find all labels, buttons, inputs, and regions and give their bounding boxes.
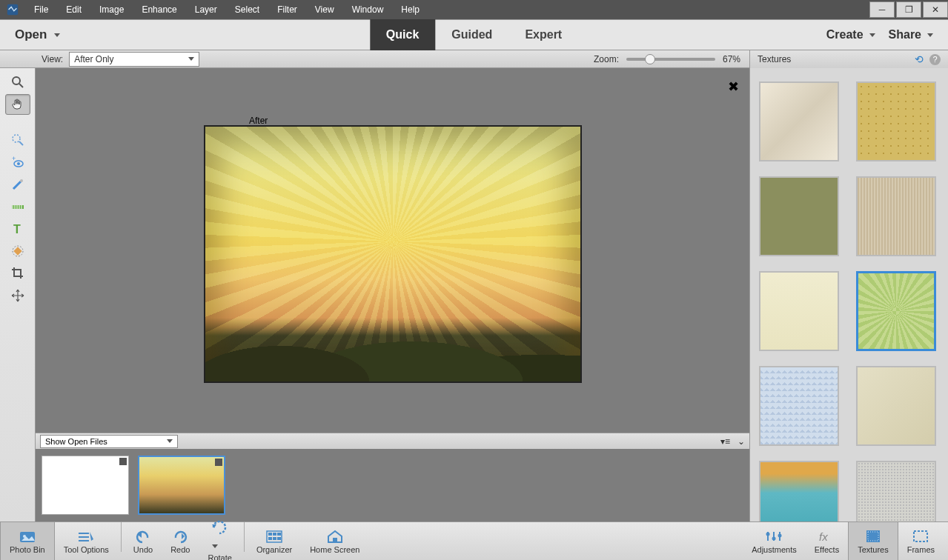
- menu-image[interactable]: Image: [90, 0, 133, 19]
- bb-label: Adjustments: [752, 545, 797, 554]
- bb-label: Textures: [858, 545, 889, 554]
- share-button[interactable]: Share: [884, 28, 938, 41]
- caret-down-icon: [927, 33, 933, 37]
- rotate-icon: [211, 520, 230, 552]
- hand-tool[interactable]: [5, 94, 30, 115]
- svg-point-35: [766, 532, 770, 536]
- svg-point-36: [772, 536, 776, 540]
- bottombar: Photo Bin Tool Options Undo Redo Rotate …: [0, 521, 948, 560]
- bin-collapse-icon[interactable]: ⌄: [737, 436, 745, 447]
- menubar: File Edit Image Enhance Layer Select Fil…: [0, 0, 948, 19]
- bin-thumb-1[interactable]: [42, 456, 129, 515]
- menu-view[interactable]: View: [306, 0, 343, 19]
- bb-tool-options[interactable]: Tool Options: [55, 522, 118, 561]
- svg-rect-27: [277, 533, 281, 536]
- svg-point-3: [13, 135, 20, 142]
- canvas-stage[interactable]: After: [36, 68, 749, 433]
- view-value: After Only: [74, 54, 113, 64]
- menu-enhance[interactable]: Enhance: [133, 0, 185, 19]
- quick-selection-tool[interactable]: [5, 130, 30, 150]
- create-label: Create: [826, 28, 864, 41]
- maximize-button[interactable]: ❐: [896, 1, 921, 18]
- zoom-value: 67%: [723, 54, 740, 64]
- photo-bin-strip: [36, 449, 749, 521]
- texture-teal-paint[interactable]: [759, 461, 839, 521]
- right-actions: Create Share: [822, 28, 948, 41]
- mode-tab-expert[interactable]: Expert: [508, 19, 578, 50]
- svg-rect-26: [273, 533, 276, 536]
- reset-icon[interactable]: ⟲: [915, 53, 924, 65]
- bb-photo-bin[interactable]: Photo Bin: [0, 522, 55, 561]
- bb-label: Home Screen: [310, 545, 359, 554]
- menu-select[interactable]: Select: [226, 0, 268, 19]
- caret-down-icon: [869, 33, 875, 37]
- menu-file[interactable]: File: [25, 0, 57, 19]
- texture-beige-scratch[interactable]: [856, 366, 936, 446]
- caret-down-icon: [54, 33, 60, 37]
- bb-label: Tool Options: [64, 545, 109, 554]
- svg-point-37: [778, 533, 782, 537]
- svg-text:T: T: [13, 223, 21, 236]
- bb-label: Effects: [815, 545, 839, 554]
- menu-filter[interactable]: Filter: [268, 0, 306, 19]
- svg-rect-30: [277, 537, 281, 540]
- bb-home-screen[interactable]: Home Screen: [301, 522, 368, 561]
- text-tool[interactable]: T: [5, 219, 30, 239]
- zoom-slider[interactable]: [626, 58, 715, 61]
- bb-frames[interactable]: Frames: [898, 522, 944, 561]
- create-button[interactable]: Create: [822, 28, 880, 41]
- minimize-button[interactable]: ─: [869, 1, 895, 18]
- share-label: Share: [889, 28, 921, 41]
- bin-select[interactable]: Show Open Files: [40, 435, 178, 448]
- textures-panel[interactable]: [749, 68, 948, 521]
- menu-window[interactable]: Window: [343, 0, 393, 19]
- photo-preview: [204, 125, 582, 383]
- adjustments-icon: [765, 529, 783, 544]
- texture-cream-linen[interactable]: [759, 271, 839, 351]
- texture-blue-weave[interactable]: [759, 366, 839, 446]
- zoom-thumb[interactable]: [645, 54, 655, 64]
- view-select[interactable]: After Only: [69, 52, 199, 67]
- redeye-tool[interactable]: +: [5, 152, 30, 173]
- texture-peeling-paint[interactable]: [759, 81, 839, 161]
- whiten-tool[interactable]: [5, 174, 30, 195]
- svg-rect-29: [273, 537, 276, 540]
- svg-text:fx: fx: [819, 530, 828, 543]
- app-icon: [0, 0, 25, 19]
- bb-label: Photo Bin: [10, 545, 45, 554]
- bin-menu-icon[interactable]: ▾≡: [720, 436, 730, 447]
- mode-tab-quick[interactable]: Quick: [370, 19, 435, 50]
- texture-silver-emboss[interactable]: [856, 461, 936, 521]
- bb-effects[interactable]: fx Effects: [806, 522, 848, 561]
- caret-down-icon: [188, 57, 194, 61]
- menu-help[interactable]: Help: [392, 0, 428, 19]
- open-button[interactable]: Open: [0, 27, 73, 42]
- crop-tool[interactable]: [5, 263, 30, 284]
- bb-label: Undo: [133, 545, 153, 554]
- move-tool[interactable]: [5, 285, 30, 306]
- svg-line-8: [13, 181, 21, 189]
- bb-organizer[interactable]: Organizer: [248, 522, 301, 561]
- help-icon[interactable]: ?: [929, 54, 941, 65]
- spot-heal-tool[interactable]: [5, 241, 30, 261]
- texture-green-sunburst[interactable]: [856, 271, 936, 351]
- texture-olive-canvas[interactable]: [759, 176, 839, 256]
- photo-bin-bar: Show Open Files ▾≡ ⌄: [36, 433, 749, 449]
- bb-redo[interactable]: Redo: [162, 522, 199, 561]
- texture-tan-fiber[interactable]: [856, 176, 936, 256]
- bb-rotate[interactable]: Rotate: [199, 522, 240, 561]
- svg-point-9: [20, 179, 23, 182]
- bb-undo[interactable]: Undo: [125, 522, 162, 561]
- bb-adjustments[interactable]: Adjustments: [743, 522, 806, 561]
- bin-thumb-2[interactable]: [138, 456, 225, 515]
- menu-layer[interactable]: Layer: [186, 0, 226, 19]
- straighten-tool[interactable]: [5, 196, 30, 217]
- bb-textures[interactable]: Textures: [848, 522, 898, 561]
- viewbar: View: After Only Zoom: 67%: [0, 50, 749, 68]
- mode-tab-guided[interactable]: Guided: [435, 19, 508, 50]
- menu-edit[interactable]: Edit: [57, 0, 90, 19]
- texture-gold-dots[interactable]: [856, 81, 936, 161]
- close-window-button[interactable]: ✕: [923, 1, 948, 18]
- svg-rect-25: [268, 533, 272, 536]
- zoom-tool[interactable]: [5, 72, 30, 93]
